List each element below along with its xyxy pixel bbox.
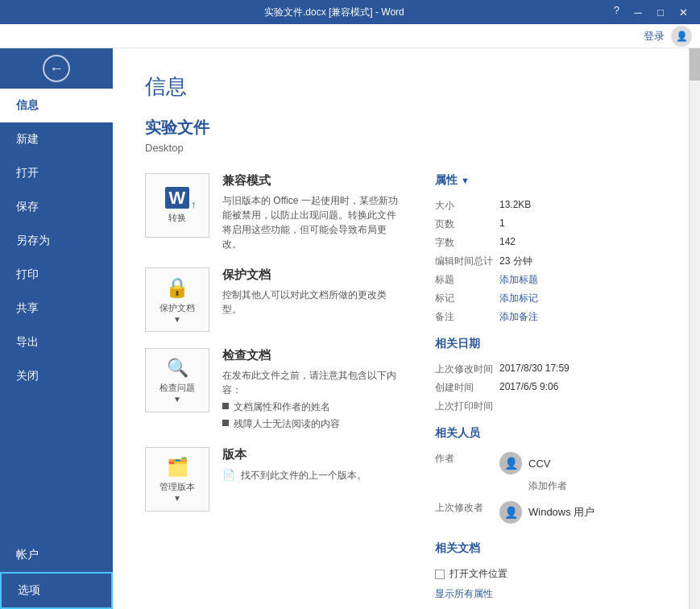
versions-title: 版本 xyxy=(222,447,403,462)
prop-words-row: 字数 142 xyxy=(435,236,657,250)
sidebar-item-account[interactable]: 帐户 xyxy=(0,538,113,572)
prop-pages-row: 页数 1 xyxy=(435,218,657,231)
related-docs-title: 相关文档 xyxy=(435,541,657,559)
author-label: 作者 xyxy=(435,452,499,493)
sidebar-nav: 信息 新建 打开 保存 另存为 打印 共享 导出 关闭 xyxy=(0,89,113,538)
prop-printed-label: 上次打印时间 xyxy=(435,400,499,413)
prop-title-row: 标题 添加标题 xyxy=(435,273,657,287)
versions-panel: 🗂️ 管理版本 ▼ 版本 📄 找不到此文件的上一个版本。 xyxy=(145,447,403,512)
content-main: 信息 实验文件 Desktop W ↑ xyxy=(113,48,689,609)
inspect-text: 检查文档 在发布此文件之前，请注意其包含以下内容： 文档属性和作者的姓名 残障人… xyxy=(222,348,403,431)
prop-notes-label: 备注 xyxy=(435,310,499,324)
prop-tags-row: 标记 添加标记 xyxy=(435,292,657,305)
protect-title: 保护文档 xyxy=(222,267,403,283)
compatibility-title: 兼容模式 xyxy=(222,173,403,188)
properties-column: 属性 ▼ 大小 13.2KB 页数 1 字数 142 xyxy=(435,173,657,601)
prop-title-label: 标题 xyxy=(435,273,499,287)
sidebar-item-options[interactable]: 选项 xyxy=(0,572,113,609)
prop-pages-value: 1 xyxy=(499,218,505,231)
panels-column: W ↑ 转换 兼容模式 与旧版本的 Office 一起使用时，某些新功能被禁用，… xyxy=(145,173,403,601)
prop-edittime-label: 编辑时间总计 xyxy=(435,255,499,268)
prop-modified-value: 2017/8/30 17:59 xyxy=(499,362,570,376)
open-location-label: 打开文件位置 xyxy=(449,567,507,581)
modifier-name: Windows 用户 xyxy=(528,505,594,520)
user-avatar[interactable]: 👤 xyxy=(671,26,692,47)
inspect-icon-box[interactable]: 🔍 检查问题 ▼ xyxy=(145,348,209,412)
modifier-section-row: 上次修改者 👤 Windows 用户 xyxy=(435,501,657,528)
prop-created-label: 创建时间 xyxy=(435,381,499,395)
open-location-row: 打开文件位置 xyxy=(435,567,657,581)
back-button[interactable]: ← xyxy=(0,48,113,89)
sidebar-item-saveas[interactable]: 另存为 xyxy=(0,224,113,258)
word-w-icon: W xyxy=(165,187,190,209)
scrollbar-track[interactable] xyxy=(689,48,700,609)
author-avatar: 👤 xyxy=(499,452,522,474)
inspect-title: 检查文档 xyxy=(222,348,403,363)
minimize-button[interactable]: ─ xyxy=(628,4,648,20)
restore-button[interactable]: □ xyxy=(650,4,671,20)
main-layout: ← 信息 新建 打开 保存 另存为 打印 共享 导出 关闭 帐户 选项 信息 实… xyxy=(0,48,700,609)
sidebar-item-close[interactable]: 关闭 xyxy=(0,359,113,393)
show-all-props-link[interactable]: 显示所有属性 xyxy=(435,588,493,599)
author-row: 👤 CCV xyxy=(499,452,567,474)
protect-icon-box[interactable]: 🔒 保护文档 ▼ xyxy=(145,267,209,332)
panels-props-row: W ↑ 转换 兼容模式 与旧版本的 Office 一起使用时，某些新功能被禁用，… xyxy=(145,173,657,601)
sidebar-item-share[interactable]: 共享 xyxy=(0,292,113,325)
sidebar-item-info[interactable]: 信息 xyxy=(0,89,113,122)
inspect-panel: 🔍 检查问题 ▼ 检查文档 在发布此文件之前，请注意其包含以下内容： xyxy=(145,348,403,431)
sidebar-item-open[interactable]: 打开 xyxy=(0,156,113,190)
back-circle-icon: ← xyxy=(43,55,70,82)
sidebar: ← 信息 新建 打开 保存 另存为 打印 共享 导出 关闭 帐户 选项 xyxy=(0,48,113,609)
compatibility-desc: 与旧版本的 Office 一起使用时，某些新功能被禁用，以防止出现问题。转换此文… xyxy=(222,193,403,251)
file-title: 实验文件 xyxy=(145,117,657,139)
prop-size-value: 13.2KB xyxy=(499,199,531,213)
author-section-row: 作者 👤 CCV 添加作者 xyxy=(435,452,657,493)
file-path: Desktop xyxy=(145,142,657,154)
versions-icon: 🗂️ xyxy=(167,457,188,478)
sidebar-item-new[interactable]: 新建 xyxy=(0,122,113,156)
protect-panel: 🔒 保护文档 ▼ 保护文档 控制其他人可以对此文档所做的更改类型。 xyxy=(145,267,403,332)
related-people-title: 相关人员 xyxy=(435,426,657,444)
help-button[interactable]: ? xyxy=(614,4,619,20)
modifier-row: 👤 Windows 用户 xyxy=(499,501,594,524)
close-button[interactable]: ✕ xyxy=(673,4,694,20)
sidebar-bottom: 帐户 选项 xyxy=(0,538,113,609)
login-button[interactable]: 登录 xyxy=(644,29,665,44)
prop-modified-label: 上次修改时间 xyxy=(435,362,499,376)
titlebar-title: 实验文件.docx [兼容模式] - Word xyxy=(55,6,614,19)
titlebar-controls: ? ─ □ ✕ xyxy=(614,4,694,20)
header-bar: 登录 👤 xyxy=(0,24,700,48)
versions-icon-box[interactable]: 🗂️ 管理版本 ▼ xyxy=(145,447,209,512)
prop-notes-row: 备注 添加备注 xyxy=(435,310,657,324)
compatibility-icon-box[interactable]: W ↑ 转换 xyxy=(145,173,209,238)
sidebar-item-save[interactable]: 保存 xyxy=(0,190,113,224)
prop-size-row: 大小 13.2KB xyxy=(435,199,657,213)
modifier-avatar: 👤 xyxy=(499,501,522,524)
modifier-label: 上次修改者 xyxy=(435,501,499,528)
versions-label: 管理版本 ▼ xyxy=(159,481,195,503)
open-location-checkbox[interactable] xyxy=(435,570,445,579)
scrollbar-thumb[interactable] xyxy=(690,48,700,81)
prop-pages-label: 页数 xyxy=(435,218,499,231)
versions-text: 版本 📄 找不到此文件的上一个版本。 xyxy=(222,447,403,483)
author-name: CCV xyxy=(528,458,550,470)
sidebar-item-export[interactable]: 导出 xyxy=(0,325,113,359)
prop-created-row: 创建时间 2017/6/5 9:06 xyxy=(435,381,657,395)
prop-words-value: 142 xyxy=(499,236,516,250)
properties-section-title: 属性 ▼ xyxy=(435,173,657,191)
prop-words-label: 字数 xyxy=(435,236,499,250)
prop-size-label: 大小 xyxy=(435,199,499,213)
prop-tags-value[interactable]: 添加标记 xyxy=(499,292,538,305)
compatibility-text: 兼容模式 与旧版本的 Office 一起使用时，某些新功能被禁用，以防止出现问题… xyxy=(222,173,403,251)
content-area: 信息 实验文件 Desktop W ↑ xyxy=(113,48,700,609)
prop-tags-label: 标记 xyxy=(435,292,499,305)
compatibility-panel: W ↑ 转换 兼容模式 与旧版本的 Office 一起使用时，某些新功能被禁用，… xyxy=(145,173,403,251)
prop-title-value[interactable]: 添加标题 xyxy=(499,273,538,287)
add-author-link[interactable]: 添加作者 xyxy=(528,479,567,493)
prop-notes-value[interactable]: 添加备注 xyxy=(499,310,538,324)
versions-desc: 📄 找不到此文件的上一个版本。 xyxy=(222,467,403,483)
sidebar-item-print[interactable]: 打印 xyxy=(0,258,113,292)
protect-label: 保护文档 ▼ xyxy=(159,302,195,324)
protect-text: 保护文档 控制其他人可以对此文档所做的更改类型。 xyxy=(222,267,403,317)
inspect-icon: 🔍 xyxy=(167,358,188,379)
